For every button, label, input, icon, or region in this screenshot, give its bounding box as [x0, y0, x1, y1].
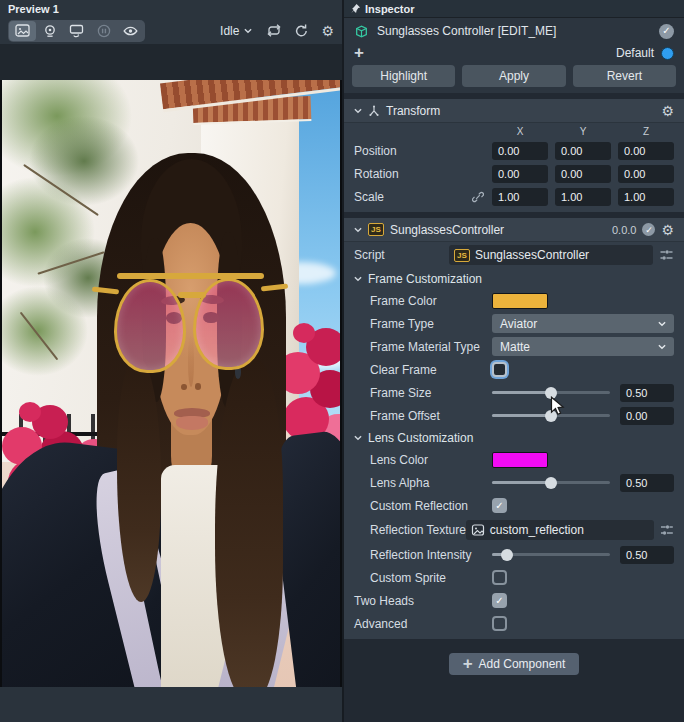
scale-y-field[interactable]: 1.00	[555, 188, 611, 206]
clear-frame-row: Clear Frame	[344, 358, 684, 381]
pause-button[interactable]	[90, 21, 117, 41]
frame-type-value: Aviator	[500, 317, 537, 331]
lens-customization-header[interactable]: Lens Customization	[344, 427, 684, 448]
chevron-down-icon	[354, 226, 362, 234]
lens-alpha-label: Lens Alpha	[354, 476, 492, 490]
scale-row: Scale 1.00 1.00 1.00	[344, 185, 684, 208]
transform-title: Transform	[386, 104, 440, 118]
prefab-header-block: Sunglasses Controller [EDIT_ME] ✓ + Defa…	[344, 18, 684, 93]
frame-color-label: Frame Color	[354, 294, 492, 308]
prefab-enabled-checkbox[interactable]: ✓	[659, 24, 674, 39]
photo-frame	[0, 80, 342, 687]
transform-header[interactable]: Transform ⚙	[344, 99, 684, 123]
screen-mirror-button[interactable]	[63, 21, 90, 41]
sunglasses-left-lens	[114, 279, 187, 373]
position-z-field[interactable]: 0.00	[618, 142, 674, 160]
add-component-label: Add Component	[479, 657, 566, 671]
frame-size-value[interactable]: 0.50	[620, 384, 674, 402]
bougainvillea-right	[293, 323, 315, 343]
frame-type-label: Frame Type	[354, 317, 492, 331]
prefab-actions: Highlight Apply Revert	[344, 62, 684, 87]
component-header[interactable]: JS SunglassesController 0.0.0 ✓ ⚙	[344, 218, 684, 242]
rotation-x-field[interactable]: 0.00	[492, 165, 548, 183]
simulation-state-dropdown[interactable]: Idle	[220, 24, 266, 38]
lens-alpha-slider[interactable]	[492, 477, 610, 489]
frame-material-dropdown[interactable]: Matte	[492, 337, 674, 356]
mouse-cursor	[550, 396, 565, 417]
image-view-icon	[15, 24, 30, 37]
reflection-intensity-slider[interactable]	[492, 549, 610, 561]
clear-frame-label: Clear Frame	[354, 363, 492, 377]
transform-axes-icon	[368, 105, 380, 117]
rotation-y-field[interactable]: 0.00	[555, 165, 611, 183]
highlight-button[interactable]: Highlight	[352, 65, 455, 87]
frame-offset-row: Frame Offset 0.00	[344, 404, 684, 427]
custom-reflection-row: Custom Reflection ✓	[344, 494, 684, 517]
clear-frame-checkbox[interactable]	[492, 362, 507, 377]
slider-thumb[interactable]	[545, 477, 557, 489]
script-field[interactable]: JS SunglassesController	[449, 245, 653, 265]
image-view-button[interactable]	[9, 21, 36, 41]
default-radio[interactable]	[661, 47, 674, 60]
rotation-row: Rotation 0.00 0.00 0.00	[344, 162, 684, 185]
gear-icon[interactable]: ⚙	[661, 223, 674, 237]
picker-icon[interactable]	[660, 523, 674, 537]
frame-customization-header[interactable]: Frame Customization	[344, 268, 684, 289]
frame-color-swatch[interactable]	[492, 293, 548, 309]
custom-sprite-label: Custom Sprite	[354, 571, 492, 585]
position-x-field[interactable]: 0.00	[492, 142, 548, 160]
apply-button[interactable]: Apply	[462, 65, 565, 87]
gear-icon[interactable]: ⚙	[661, 104, 674, 118]
advanced-label: Advanced	[354, 617, 492, 631]
bougainvillea-left	[19, 402, 41, 422]
axis-header-row: X Y Z	[344, 123, 684, 139]
chevron-down-icon	[658, 320, 666, 328]
advanced-checkbox[interactable]	[492, 616, 507, 631]
picker-icon[interactable]	[659, 248, 674, 262]
sync-icon[interactable]	[266, 23, 282, 38]
pin-icon	[350, 3, 361, 14]
hair-strand-right	[215, 359, 283, 687]
lens-color-swatch[interactable]	[492, 452, 548, 468]
lens-alpha-value[interactable]: 0.50	[620, 474, 674, 492]
advanced-row: Advanced	[344, 612, 684, 635]
eye-toggle-button[interactable]	[117, 21, 144, 41]
add-component-button[interactable]: + Add Component	[449, 653, 580, 675]
transform-section: Transform ⚙ X Y Z Position 0.00 0.00 0.0…	[344, 99, 684, 212]
frame-offset-value[interactable]: 0.00	[620, 407, 674, 425]
inspector-title: Inspector	[365, 3, 415, 15]
reflection-texture-field[interactable]: custom_reflection	[466, 520, 654, 540]
custom-sprite-checkbox[interactable]	[492, 570, 507, 585]
lens-color-row: Lens Color	[344, 448, 684, 471]
reflection-intensity-value[interactable]: 0.50	[620, 546, 674, 564]
app-window: Preview 1 Idle	[0, 0, 684, 722]
scale-x-field[interactable]: 1.00	[492, 188, 548, 206]
inspector-panel: Inspector Sunglasses Controller [EDIT_ME…	[342, 0, 684, 722]
reset-icon[interactable]	[294, 23, 309, 38]
gear-icon[interactable]: ⚙	[321, 24, 334, 38]
js-icon: JS	[368, 223, 384, 236]
position-y-field[interactable]: 0.00	[555, 142, 611, 160]
position-label: Position	[354, 144, 492, 158]
webcam-view-button[interactable]	[36, 21, 63, 41]
link-icon[interactable]	[472, 191, 484, 203]
frame-size-row: Frame Size 0.50	[344, 381, 684, 404]
default-row: + Default	[344, 44, 684, 62]
scale-z-field[interactable]: 1.00	[618, 188, 674, 206]
component-enabled-checkbox[interactable]: ✓	[642, 223, 655, 236]
prefab-row: Sunglasses Controller [EDIT_ME] ✓	[344, 18, 684, 44]
preview-toolbar: Idle ⚙	[0, 17, 342, 44]
frame-type-dropdown[interactable]: Aviator	[492, 314, 674, 333]
axis-x-label: X	[492, 126, 548, 137]
texture-icon	[471, 523, 485, 537]
two-heads-checkbox[interactable]: ✓	[492, 593, 507, 608]
rotation-z-field[interactable]: 0.00	[618, 165, 674, 183]
frame-customization-label: Frame Customization	[368, 272, 482, 286]
slider-thumb[interactable]	[501, 549, 513, 561]
camera-preview[interactable]	[2, 80, 340, 687]
add-icon[interactable]: +	[354, 45, 364, 61]
preview-panel: Preview 1 Idle	[0, 0, 342, 722]
custom-reflection-checkbox[interactable]: ✓	[492, 498, 507, 513]
two-heads-label: Two Heads	[354, 594, 492, 608]
revert-button[interactable]: Revert	[573, 65, 676, 87]
